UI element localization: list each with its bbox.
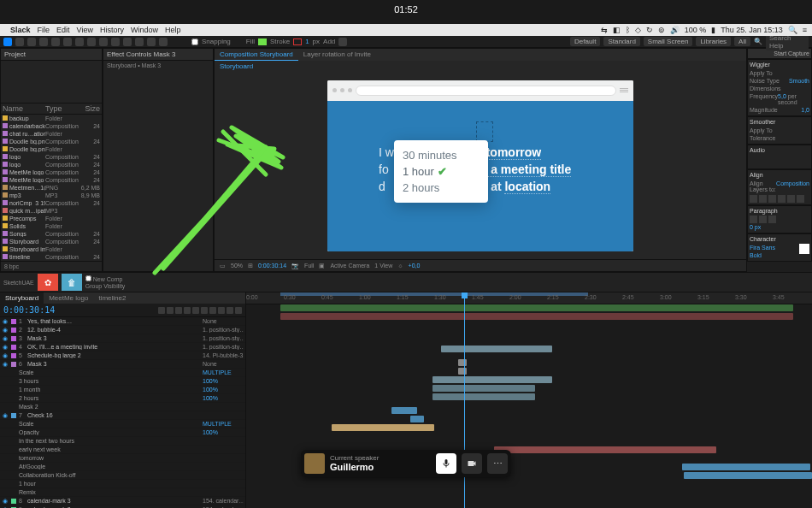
workspace-all[interactable]: All xyxy=(734,37,750,46)
label-color-swatch[interactable] xyxy=(11,319,16,324)
property-value[interactable]: MULTIPLE xyxy=(203,421,244,427)
label-color-swatch[interactable] xyxy=(11,336,16,341)
col-type[interactable]: Type xyxy=(45,104,79,113)
menu-view[interactable]: View xyxy=(77,26,93,34)
project-item[interactable]: MeetMe logoComposition24 xyxy=(1,176,102,184)
status-icon[interactable]: ◧ xyxy=(613,26,621,34)
status-icon[interactable]: ↻ xyxy=(646,26,653,34)
project-item[interactable]: StoryboardComposition24 xyxy=(1,238,102,245)
layer-parent[interactable]: 14. Pi-bubble-3 xyxy=(203,352,244,358)
layer-parent[interactable]: 1. position-sty… xyxy=(203,335,244,341)
project-item[interactable]: Storyboard imagesFolder xyxy=(1,245,102,253)
project-item[interactable]: MeetMe logoComposition24 xyxy=(1,168,102,176)
roto-tool-icon[interactable] xyxy=(147,38,156,46)
layer-row[interactable]: ◉5Schedule-bg large 214. Pi-bubble-3 xyxy=(0,351,245,360)
more-button[interactable]: ⋯ xyxy=(487,453,508,474)
group-visibility-label[interactable]: Group Visibility xyxy=(85,283,126,289)
wiggler-mag-value[interactable]: 1,0 xyxy=(801,107,809,113)
visibility-toggle-icon[interactable]: ◉ xyxy=(2,335,9,342)
character-color-swatch[interactable] xyxy=(799,244,809,254)
battery-status[interactable]: 100 % xyxy=(685,26,707,34)
align-right-icon[interactable] xyxy=(768,195,776,203)
layer-parent[interactable]: None xyxy=(203,318,244,324)
col-name[interactable]: Name xyxy=(3,104,45,113)
visibility-toggle-icon[interactable]: ◉ xyxy=(2,361,9,368)
wiggler-noise-value[interactable]: Smooth xyxy=(789,78,809,84)
layer-property-row[interactable]: Remix xyxy=(0,488,245,497)
shape-tool-icon[interactable] xyxy=(75,38,84,46)
type-tool-icon[interactable] xyxy=(99,38,108,46)
project-item[interactable]: mp3MP38,9 MB xyxy=(1,192,102,199)
bluetooth-icon[interactable]: ᛒ xyxy=(626,26,630,34)
project-item[interactable]: Doodle bg.pngFolder xyxy=(1,145,102,153)
speaker-avatar[interactable] xyxy=(304,453,325,474)
exposure-value[interactable]: +0,0 xyxy=(409,263,421,269)
battery-icon[interactable]: ▮ xyxy=(711,26,715,34)
tracks-area[interactable] xyxy=(246,304,812,508)
comp-tab-storyboard[interactable]: Composition Storyboard xyxy=(215,49,298,61)
property-value[interactable]: 100% xyxy=(203,378,244,384)
snapshot-icon[interactable]: 📷 xyxy=(291,263,299,269)
timeline-clip[interactable] xyxy=(410,416,424,422)
timeline-ruler[interactable]: 0:000:300:451:001:151:301:452:002:152:30… xyxy=(246,292,812,304)
tl-tab-meetme[interactable]: MeetMe logo xyxy=(44,292,93,304)
layer-property-row[interactable]: At/Google xyxy=(0,463,245,471)
zoom-icon[interactable]: ▭ xyxy=(220,263,226,269)
timeline-clip[interactable] xyxy=(391,407,417,414)
menu-history[interactable]: History xyxy=(100,26,124,34)
timeline-clip[interactable] xyxy=(441,346,552,352)
character-style[interactable]: Bold xyxy=(750,252,762,258)
para-indent[interactable]: 0 px xyxy=(750,224,761,230)
layer-row[interactable]: ◉8calendar-mark 3154. calendar… xyxy=(0,497,245,505)
para-right-icon[interactable] xyxy=(768,216,776,223)
project-item[interactable]: noriCmp_3 1920.mp3Composition24 xyxy=(1,199,102,207)
layer-property-row[interactable]: Mask 2 xyxy=(0,403,245,411)
para-center-icon[interactable] xyxy=(759,216,767,223)
spotlight-icon[interactable]: 🔍 xyxy=(788,26,797,34)
tl-icon[interactable] xyxy=(167,307,174,314)
timeline-clip[interactable] xyxy=(280,304,793,311)
puppet-tool-icon[interactable] xyxy=(159,38,168,46)
col-size[interactable]: Size xyxy=(79,104,100,113)
rotate-tool-icon[interactable] xyxy=(39,38,48,46)
align-left-icon[interactable] xyxy=(750,195,757,203)
visibility-toggle-icon[interactable]: ◉ xyxy=(2,344,9,351)
effect-controls-header[interactable]: Effect Controls Mask 3 xyxy=(103,49,213,61)
property-value[interactable]: MULTIPLE xyxy=(203,369,244,375)
tl-icon[interactable] xyxy=(209,307,216,314)
hand-tool-icon[interactable] xyxy=(15,38,24,46)
resolution-value[interactable]: Full xyxy=(304,263,314,269)
layer-property-row[interactable]: ScaleMULTIPLE xyxy=(0,369,245,377)
pan-behind-tool-icon[interactable] xyxy=(63,38,72,46)
app-name[interactable]: Slack xyxy=(10,26,31,34)
layer-row[interactable]: ◉6Mask 3None xyxy=(0,360,245,369)
dropbox-icon[interactable]: ◇ xyxy=(635,26,641,34)
visibility-toggle-icon[interactable]: ◉ xyxy=(2,318,9,325)
brush-tool-icon[interactable] xyxy=(111,38,120,46)
label-color-swatch[interactable] xyxy=(11,413,16,418)
layer-property-row[interactable]: ScaleMULTIPLE xyxy=(0,420,245,428)
timecode-value[interactable]: 0:00:30:14 xyxy=(258,263,286,269)
label-color-swatch[interactable] xyxy=(11,362,16,367)
align-top-icon[interactable] xyxy=(778,195,786,203)
exposure-icon[interactable]: ☼ xyxy=(397,263,403,269)
workspace-standard[interactable]: Standard xyxy=(603,37,639,46)
layer-parent[interactable]: 1. position-sty… xyxy=(203,327,244,333)
align-bottom-icon[interactable] xyxy=(797,195,804,203)
menu-window[interactable]: Window xyxy=(131,26,158,34)
project-item[interactable]: logoComposition24 xyxy=(1,161,102,168)
asset-thumbnail-b[interactable]: 🗑 xyxy=(62,274,82,291)
comp-breadcrumb[interactable]: Storyboard xyxy=(215,61,746,72)
stroke-color-swatch[interactable] xyxy=(293,38,302,45)
tl-icon[interactable] xyxy=(218,307,225,314)
timeline-clip[interactable] xyxy=(332,424,434,431)
layer-parent[interactable]: 154. calendar… xyxy=(203,498,244,504)
region-icon[interactable]: ▣ xyxy=(319,263,325,269)
layer-parent[interactable]: None xyxy=(203,361,244,367)
timeline-clip[interactable] xyxy=(458,368,467,375)
project-item-list[interactable]: backupFoldercalendarbackgroundCompositio… xyxy=(1,115,102,261)
layer-property-row[interactable]: 1 month100% xyxy=(0,386,245,394)
tl-icon[interactable] xyxy=(192,307,199,314)
label-color-swatch[interactable] xyxy=(11,353,16,358)
visibility-toggle-icon[interactable]: ◉ xyxy=(2,498,9,505)
